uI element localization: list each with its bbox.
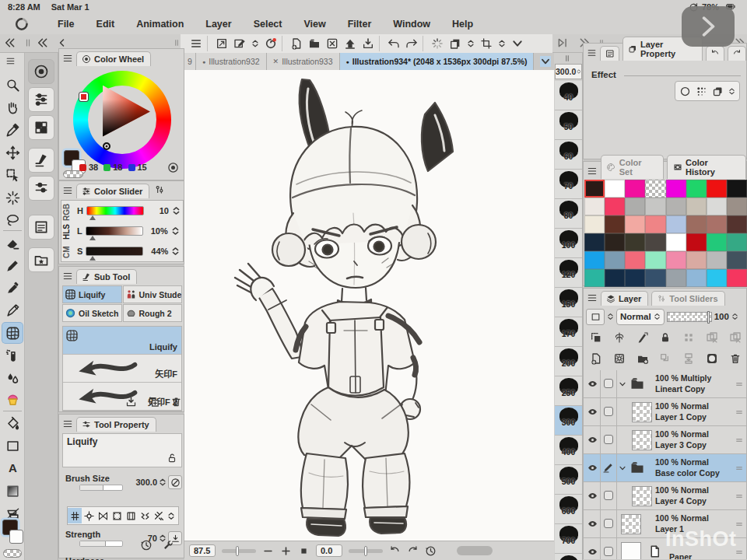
color-swatch-25[interactable] xyxy=(584,233,605,251)
transparent-color-swatch[interactable] xyxy=(3,549,22,558)
document-tab-4[interactable]: ●Illustration934* (2048 x 1536px 300dpi … xyxy=(340,53,535,70)
stepper-icon[interactable] xyxy=(607,310,614,323)
color-set-launcher[interactable] xyxy=(28,115,54,140)
visibility-eye-icon[interactable] xyxy=(587,407,598,417)
color-swatch-5[interactable] xyxy=(666,180,686,198)
grip-icon[interactable] xyxy=(23,37,33,48)
stepper-icon[interactable] xyxy=(467,37,475,50)
brush-size-80[interactable]: 80 xyxy=(555,199,582,229)
color-swatch-12[interactable] xyxy=(645,198,665,215)
menu-view[interactable]: View xyxy=(293,19,336,30)
brush-size-200[interactable]: 200 xyxy=(555,347,582,376)
copy-doc-icon[interactable] xyxy=(449,37,461,50)
slider-bar[interactable] xyxy=(86,206,144,215)
expand-chevron-icon[interactable] xyxy=(619,380,626,388)
canvas[interactable] xyxy=(184,53,554,541)
layer-thumbnail[interactable] xyxy=(632,486,652,506)
color-swatch-20[interactable] xyxy=(645,215,665,233)
visibility-eye-icon[interactable] xyxy=(587,519,598,529)
mask-enable-icon[interactable] xyxy=(706,331,718,344)
layer-checkbox[interactable] xyxy=(604,435,613,444)
blend-tool[interactable] xyxy=(2,368,23,388)
color-history-tab[interactable]: Color History xyxy=(667,155,746,179)
color-swatch-9[interactable] xyxy=(584,198,605,215)
side-tab-hls[interactable]: HLS xyxy=(62,222,75,242)
layer-checkbox[interactable] xyxy=(604,379,613,388)
delete-layer-icon[interactable] xyxy=(729,352,742,365)
tool-sliders-tab[interactable]: Tool Sliders xyxy=(651,291,724,306)
color-swatch-29[interactable] xyxy=(666,233,686,251)
redo-icon[interactable] xyxy=(405,37,418,50)
eraser-tool[interactable] xyxy=(2,233,23,253)
decoration-tool[interactable] xyxy=(2,390,23,411)
side-tab-rgb[interactable]: RGB xyxy=(62,202,75,222)
layer-thumbnail[interactable] xyxy=(632,402,652,422)
new-layer-icon[interactable] xyxy=(590,352,602,365)
color-swatch-31[interactable] xyxy=(707,233,727,251)
onion-skin-icon[interactable] xyxy=(613,331,626,344)
liquify-tool[interactable] xyxy=(2,323,23,343)
nav-tab[interactable] xyxy=(600,46,619,61)
clip-studio-logo[interactable] xyxy=(12,16,30,32)
color-swatch-45[interactable] xyxy=(666,269,686,287)
aux-tab-1[interactable] xyxy=(706,46,724,61)
brush-size-40[interactable]: 40 xyxy=(555,81,582,110)
layer-checkbox[interactable] xyxy=(604,491,613,500)
opacity-value[interactable]: 100 xyxy=(714,312,729,321)
stepper-icon[interactable] xyxy=(171,225,180,237)
color-swatch-37[interactable] xyxy=(666,251,686,269)
liquify-mode-5[interactable] xyxy=(124,508,138,523)
panel-menu-icon[interactable] xyxy=(62,271,73,282)
reset-view-icon[interactable] xyxy=(425,545,437,557)
brush-size-170[interactable]: 170 xyxy=(555,317,582,347)
object-tool[interactable] xyxy=(2,165,23,185)
paper-thumbnail[interactable] xyxy=(621,542,641,559)
rotate-left-icon[interactable] xyxy=(389,545,401,557)
panel-menu-icon[interactable] xyxy=(62,418,73,429)
new-correction-layer-icon[interactable] xyxy=(613,352,626,365)
stepper-icon[interactable] xyxy=(251,37,259,50)
color-swatch-43[interactable] xyxy=(625,269,645,287)
layer-thumb-size-button[interactable] xyxy=(586,309,605,325)
layer-row-4[interactable]: 100 % NormalBase color Copy xyxy=(584,454,746,482)
zoom-out-icon[interactable] xyxy=(262,545,274,557)
slide-over-handle[interactable] xyxy=(682,6,735,47)
sub-tool-group-1[interactable]: Liquify xyxy=(62,285,122,303)
transfer-down-icon[interactable] xyxy=(659,352,672,365)
hamburger-icon[interactable] xyxy=(190,37,202,50)
wrench-icon[interactable] xyxy=(162,539,174,551)
color-swatch-34[interactable] xyxy=(605,251,625,269)
stepper-icon[interactable] xyxy=(167,509,175,522)
lock-transparent-icon[interactable] xyxy=(682,331,695,344)
open-folder-icon[interactable] xyxy=(308,37,321,50)
chevron-left-icon[interactable] xyxy=(58,37,67,48)
panel-menu-icon[interactable] xyxy=(587,166,598,177)
menu-filter[interactable]: Filter xyxy=(337,19,383,30)
color-swatch-18[interactable] xyxy=(605,215,625,233)
zoom-slider[interactable] xyxy=(222,549,256,553)
zoom-in-icon[interactable] xyxy=(280,545,292,557)
stepper-icon[interactable] xyxy=(577,67,581,76)
rotate-slider[interactable] xyxy=(349,549,383,553)
sub-tool-item-1[interactable]: Liquify xyxy=(63,327,181,355)
color-swatch-26[interactable] xyxy=(605,233,625,251)
menu-layer[interactable]: Layer xyxy=(195,19,242,30)
document-tab-2[interactable]: ●Illustration932 xyxy=(196,53,267,70)
sub-tool-group-4[interactable]: Rough 2 xyxy=(123,304,183,322)
panel-menu-icon[interactable] xyxy=(62,185,73,196)
collapse-left-icon[interactable] xyxy=(37,37,48,48)
slider-value[interactable]: 10% xyxy=(146,226,168,236)
color-swatch-40[interactable] xyxy=(727,251,747,269)
new-file-icon[interactable] xyxy=(290,37,303,50)
sub-tool-group-2[interactable]: Univ Stude xyxy=(123,285,183,303)
lasso-tool[interactable] xyxy=(2,210,23,230)
color-swatch-21[interactable] xyxy=(666,215,686,233)
property-value[interactable]: 300.0 xyxy=(135,478,157,487)
expand-chevron-icon[interactable] xyxy=(619,464,626,472)
brush-size-250[interactable]: 250 xyxy=(555,376,582,406)
color-swatch-15[interactable] xyxy=(707,198,727,215)
import-sub-tool-icon[interactable] xyxy=(125,396,137,408)
visibility-eye-icon[interactable] xyxy=(587,435,598,445)
layer-checkbox[interactable] xyxy=(604,547,613,556)
brush-size-600[interactable]: 600 xyxy=(555,495,582,524)
